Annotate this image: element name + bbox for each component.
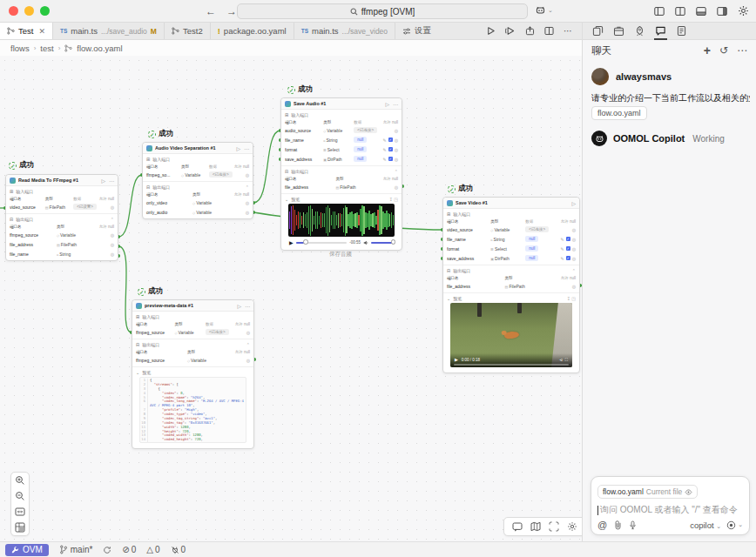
fit-view-icon[interactable] <box>15 507 25 517</box>
node-more-icon[interactable]: ⋯ <box>109 178 114 184</box>
null-checkbox[interactable]: ✓ <box>388 138 393 142</box>
collapse-icon[interactable]: ⌃ <box>572 268 576 273</box>
collapse-icon[interactable]: ⌃ <box>246 342 250 347</box>
run-node-icon[interactable]: ▷ <box>101 178 105 184</box>
edit-icon[interactable]: ✎ <box>382 157 386 162</box>
plus-icon[interactable]: ⊞ <box>447 211 450 217</box>
chat-input-box[interactable]: flow.oo.yaml Current file 询问 OOMOL 或者输入 … <box>591 476 750 535</box>
play-icon[interactable]: ▶ <box>455 357 458 362</box>
null-toggle-icon[interactable]: ◎ <box>246 210 249 215</box>
edit-icon[interactable]: ✎ <box>382 138 386 143</box>
null-toggle-icon[interactable]: ◎ <box>111 205 114 210</box>
mention-icon[interactable]: @ <box>597 520 607 530</box>
edit-icon[interactable]: ✎ <box>560 256 564 261</box>
panel-tab-notes[interactable] <box>675 23 688 40</box>
edit-icon[interactable]: ✎ <box>382 147 386 152</box>
model-selector[interactable]: copilot ⌄ <box>690 520 721 530</box>
history-icon[interactable]: ↺ <box>719 44 728 57</box>
play-icon[interactable]: ▶ <box>289 239 294 245</box>
null-checkbox[interactable]: ✓ <box>566 256 570 260</box>
volume-slider[interactable] <box>371 242 394 244</box>
chevron-down-icon[interactable]: ⌄ <box>285 197 288 202</box>
settings-tab[interactable]: 设置 <box>395 23 438 39</box>
assistant-menu-button[interactable]: ⌄ <box>535 4 553 16</box>
null-toggle-icon[interactable]: ◎ <box>395 185 398 190</box>
mic-icon[interactable] <box>629 520 637 530</box>
null-toggle-icon[interactable]: ◎ <box>395 157 398 162</box>
breadcrumb-test[interactable]: test <box>40 44 53 53</box>
node-more-icon[interactable]: ⋯ <box>245 303 250 309</box>
seek-slider[interactable] <box>296 242 348 244</box>
run-node-icon[interactable]: ▷ <box>237 303 241 309</box>
node-header[interactable]: Save Audio #1 ▷⋯ <box>281 98 402 110</box>
command-center-search[interactable]: ffmpeg [OVM] <box>237 3 528 19</box>
tab-test[interactable]: Test ✕ <box>0 23 53 39</box>
close-icon[interactable]: ✕ <box>38 27 45 36</box>
tab-main-ts-save-audio[interactable]: TS main.ts .../save_audio M <box>53 23 165 39</box>
problems-errors[interactable]: ⊘0 <box>122 545 136 554</box>
canvas-settings-icon[interactable] <box>567 521 577 532</box>
null-toggle-icon[interactable]: ◎ <box>395 147 398 152</box>
attach-icon[interactable] <box>614 520 622 530</box>
comment-icon[interactable] <box>512 521 523 532</box>
node-header[interactable]: Audio Video Separation #1 ▷⋯ <box>143 143 253 154</box>
context-file-chip[interactable]: flow.oo.yaml Current file <box>597 485 698 499</box>
problems-warnings[interactable]: △0 <box>146 545 159 554</box>
minus-icon[interactable]: ⊟ <box>136 342 139 347</box>
minimize-window-button[interactable] <box>24 6 34 16</box>
node-more-icon[interactable]: ⋯ <box>393 101 398 107</box>
plus-icon[interactable]: ⊞ <box>10 189 13 194</box>
run-node-icon[interactable]: ▷ <box>571 200 576 206</box>
settings-gear-icon[interactable] <box>738 5 749 17</box>
node-header[interactable]: preview-meta-data #1 ▷⋯ <box>132 300 253 312</box>
expand-icon[interactable]: ◳ <box>571 296 576 301</box>
null-toggle-icon[interactable]: ◎ <box>111 232 114 238</box>
minus-icon[interactable]: ⊟ <box>146 185 150 190</box>
node-save-audio[interactable]: Save Audio #1 ▷⋯ ⊞输入端口 端口名类型数据允许 null au… <box>280 97 402 251</box>
minimap-icon[interactable] <box>15 522 25 533</box>
split-editor-icon[interactable] <box>675 6 685 17</box>
run-node-icon[interactable]: ▷ <box>236 145 240 151</box>
node-read-media[interactable]: Read Media To FFmpeg #1 ▷⋯ ⊞输入端口 端口名类型数据… <box>5 174 118 261</box>
null-checkbox[interactable]: ✓ <box>388 147 393 151</box>
panel-tab-deploy[interactable] <box>633 23 646 40</box>
run-node-icon[interactable]: ▷ <box>385 101 389 107</box>
split-view-icon[interactable] <box>544 26 554 36</box>
zoom-out-icon[interactable] <box>15 491 25 501</box>
run-all-icon[interactable] <box>505 26 516 36</box>
panel-tab-chat[interactable] <box>654 23 667 40</box>
null-toggle-icon[interactable]: ◎ <box>246 172 249 178</box>
send-mode-button[interactable]: ⌄ <box>726 520 743 530</box>
chevron-down-icon[interactable]: ⌄ <box>136 370 139 375</box>
plus-icon[interactable]: ⊞ <box>285 112 288 117</box>
close-window-button[interactable] <box>9 6 18 16</box>
eye-icon[interactable] <box>685 489 692 495</box>
null-toggle-icon[interactable]: ◎ <box>395 138 398 143</box>
attached-file-chip[interactable]: flow.oo.yaml <box>591 106 647 120</box>
download-icon[interactable]: ↧ <box>567 296 570 301</box>
panel-tab-packages[interactable] <box>612 23 625 40</box>
tab-test2[interactable]: Test2 <box>165 23 211 39</box>
video-preview[interactable]: ▶ 0:00 / 0:18 ⊲⛶ <box>450 303 572 367</box>
edit-icon[interactable]: ✎ <box>560 246 564 252</box>
tab-package-oo-yaml[interactable]: ! package.oo.yaml <box>211 23 294 39</box>
panel-tab-explorer[interactable] <box>591 23 604 40</box>
select-area-icon[interactable] <box>549 521 559 532</box>
minus-icon[interactable]: ⊟ <box>10 217 13 222</box>
null-checkbox[interactable]: ✓ <box>388 157 393 161</box>
node-save-video[interactable]: Save Video #1 ▷ ⊞输入端口 端口名类型数据允许 null vid… <box>442 197 580 373</box>
download-icon[interactable]: ↧ <box>389 197 393 202</box>
null-toggle-icon[interactable]: ◎ <box>246 200 249 205</box>
more-icon[interactable]: ⋯ <box>737 44 747 57</box>
map-icon[interactable] <box>530 521 541 532</box>
node-header[interactable]: Save Video #1 ▷ <box>443 198 579 209</box>
ports-indicator[interactable]: 0 <box>171 545 186 554</box>
null-toggle-icon[interactable]: ◎ <box>111 242 114 247</box>
plus-icon[interactable]: ⊞ <box>146 157 150 162</box>
tab-main-ts-save-video[interactable]: TS main.ts .../save_video <box>294 23 395 39</box>
fullscreen-icon[interactable]: ⛶ <box>565 358 568 362</box>
null-checkbox[interactable]: ✓ <box>566 237 570 241</box>
collapse-icon[interactable]: ⌃ <box>111 217 114 222</box>
video-progress[interactable] <box>454 364 569 366</box>
volume-icon[interactable]: ⊲ <box>559 358 563 362</box>
